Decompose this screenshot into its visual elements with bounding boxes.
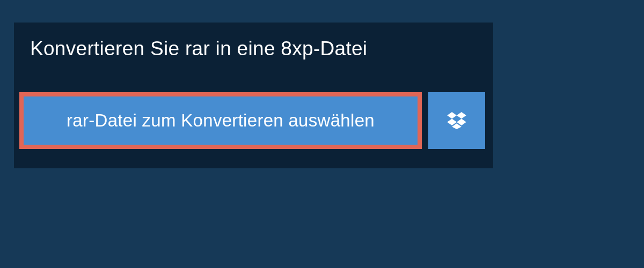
header-bar: Konvertieren Sie rar in eine 8xp-Datei <box>14 23 412 76</box>
converter-panel: Konvertieren Sie rar in eine 8xp-Datei r… <box>14 23 493 168</box>
button-row: rar-Datei zum Konvertieren auswählen <box>14 76 493 168</box>
select-file-label: rar-Datei zum Konvertieren auswählen <box>67 110 375 131</box>
select-file-button[interactable]: rar-Datei zum Konvertieren auswählen <box>19 92 422 149</box>
dropbox-button[interactable] <box>428 92 485 149</box>
page-title: Konvertieren Sie rar in eine 8xp-Datei <box>30 38 396 60</box>
dropbox-icon <box>447 112 466 129</box>
